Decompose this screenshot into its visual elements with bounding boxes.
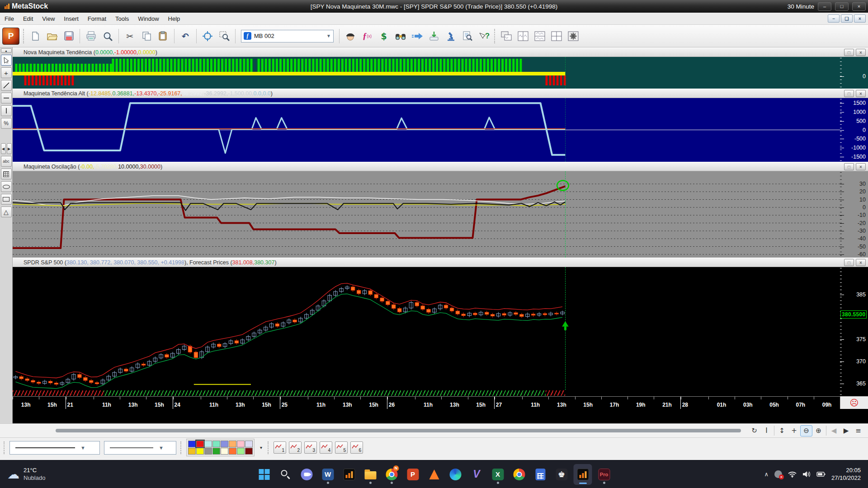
page-left-button[interactable]: ◀ [828,425,840,436]
zoom-in-button[interactable]: ⊕ [812,425,825,436]
panel-maximize-button[interactable]: □ [844,49,854,56]
menu-help[interactable]: Help [164,13,185,24]
page-prev-icon[interactable]: ◀ [1,143,6,154]
menu-view[interactable]: View [38,13,59,24]
cut-button[interactable]: ✂ [122,28,138,44]
study-template-button-1[interactable]: 1 [274,441,286,454]
tool-ellipse-icon[interactable] [1,181,12,192]
plot-maquineta-tendencia-alt[interactable] [13,98,840,162]
workspace-settings-button[interactable] [565,28,581,44]
report-preview-button[interactable] [459,28,476,44]
panel-maximize-button[interactable]: □ [844,90,854,97]
taskbar-icon-metastock-small[interactable] [340,464,359,485]
maximize-button[interactable]: □ [835,2,849,11]
line-style-combobox[interactable]: ▼ [9,441,100,455]
taskbar-icon-powerpoint[interactable]: P [404,464,422,485]
color-swatch[interactable] [229,441,236,447]
toolbar-grip[interactable] [494,29,496,43]
child-restore-button[interactable]: ❏ [841,14,853,23]
zoom-out-button[interactable]: ⊖ [800,425,812,436]
tool-trendline-icon[interactable] [1,80,12,91]
tool-scroll-up-icon[interactable]: ▲ [1,48,12,53]
print-preview-button[interactable] [99,28,116,44]
child-minimize-button[interactable]: – [828,14,840,23]
color-swatch[interactable] [204,441,212,447]
color-swatch[interactable] [188,448,196,455]
wifi-icon[interactable] [788,471,797,478]
new-chart-button[interactable] [27,28,43,44]
taskbar-icon-excel[interactable]: X [489,464,507,485]
taskbar-icon-start[interactable] [255,464,274,485]
toolbar-grip[interactable] [180,441,182,454]
study-template-button-5[interactable]: 5 [335,441,348,454]
indicator-fx-button[interactable]: ƒ(x) [359,28,375,44]
study-template-button-2[interactable]: 2 [289,441,302,454]
refresh-button[interactable]: ↻ [748,425,760,436]
taskbar-icon-search[interactable] [276,464,295,485]
toolbar-grip[interactable] [23,29,25,43]
dollar-button[interactable]: $ [376,28,392,44]
tool-grid-icon[interactable] [1,169,12,179]
tile-vertical-button[interactable] [515,28,531,44]
color-swatch[interactable] [196,448,204,455]
menu-tools[interactable]: Tools [111,13,133,24]
taskbar-icon-edge[interactable] [446,464,465,485]
window-list-button[interactable]: ≡ [852,425,864,436]
tool-vertical-line-icon[interactable] [1,105,12,116]
panel-maximize-button[interactable]: □ [844,163,854,170]
nova-maquineta-tendencia-chart[interactable] [13,57,840,89]
panel-maximize-button[interactable]: □ [844,259,854,266]
color-swatch[interactable] [245,441,253,447]
line-weight-combobox[interactable]: ▼ [104,441,176,455]
plot-nova-maquineta-tendencia[interactable] [13,57,840,89]
study-template-button-6[interactable]: 6 [350,441,363,454]
panel-close-button[interactable]: × [856,49,866,56]
taskbar-icon-chess[interactable]: ♚ [552,464,571,485]
tool-horizontal-line-icon[interactable] [1,93,12,103]
open-chart-button[interactable] [44,28,60,44]
save-button[interactable] [61,28,77,44]
color-swatch[interactable] [188,441,196,447]
menu-file[interactable]: File [0,13,19,24]
expert-advisor-button[interactable] [342,28,359,44]
tool-text-icon[interactable]: abc [1,156,12,167]
value-scale-maquineta-oscilacao[interactable]: 3020100-10-20-30-40-50-60 [840,171,868,258]
color-swatch[interactable] [204,448,212,455]
tile-grid-button[interactable] [548,28,565,44]
taskbar-icon-word[interactable]: W [319,464,337,485]
explorer-binoculars-button[interactable] [392,28,409,44]
maquineta-tendencia-alt-chart[interactable] [13,98,840,162]
study-template-button-3[interactable]: 3 [304,441,317,454]
taskbar-icon-chat[interactable] [297,464,316,485]
color-swatch[interactable] [212,448,220,455]
status-error-icon[interactable]: × [774,470,782,478]
tool-rectangle-icon[interactable] [1,194,12,205]
undo-button[interactable]: ↶ [177,28,193,44]
downloader-button[interactable] [426,28,442,44]
taskbar-icon-metastock[interactable] [574,464,592,485]
color-swatch[interactable] [196,441,204,447]
close-button[interactable]: × [852,2,866,11]
tool-percent-icon[interactable]: % [1,118,12,129]
tray-chevron-icon[interactable]: ∧ [764,471,769,478]
color-swatch[interactable] [221,441,228,447]
page-next-icon[interactable]: ▶ [7,143,12,154]
value-scale-spdr-sp500[interactable]: 385375370365380.5500 [840,267,868,396]
plot-maquineta-oscilacao[interactable] [13,171,840,258]
value-scale-nova-maquineta-tendencia[interactable]: 0 [840,57,868,89]
sad-face-icon[interactable]: ☹ [850,398,859,408]
palette-dropdown-icon[interactable]: ▾ [259,445,264,450]
weather-widget[interactable]: ☁ 21°C Nublado [0,466,45,482]
color-swatch[interactable] [237,448,245,455]
taskbar-icon-visual-studio[interactable]: V [467,464,486,485]
tile-horizontal-button[interactable] [532,28,548,44]
cursor-mode-button[interactable]: I [760,425,773,436]
spdr-sp500-chart[interactable] [13,267,840,390]
taskbar-icon-pro[interactable]: Pro [595,464,613,485]
minimize-button[interactable]: – [818,2,831,11]
color-swatch[interactable] [212,441,220,447]
symbol-combobox[interactable]: f MB 002 ▼ [241,30,334,42]
toolbar-grip[interactable] [4,441,5,454]
cascade-windows-button[interactable] [498,28,514,44]
microscope-button[interactable] [443,28,459,44]
